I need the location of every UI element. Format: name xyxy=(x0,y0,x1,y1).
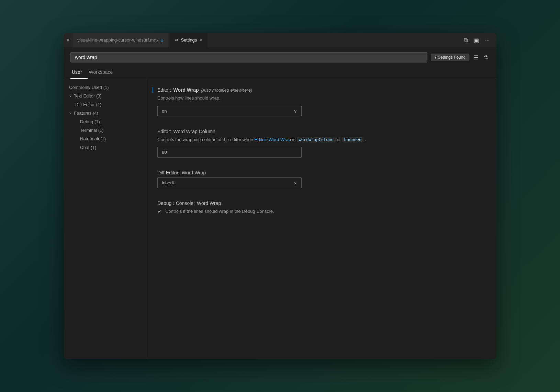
text-editor-chevron-icon: ∨ xyxy=(69,94,72,98)
diff-editor-word-wrap-prefix: Diff Editor: xyxy=(157,170,180,175)
sidebar-item-notebook-label: Notebook (1) xyxy=(80,136,106,141)
tab-bar: ≡ visual-line-wrapping-cursor-windsurf.m… xyxy=(64,33,496,47)
search-input[interactable] xyxy=(70,52,427,62)
sidebar-item-debug-label: Debug (1) xyxy=(80,119,100,124)
setting-editor-word-wrap: Editor: Word Wrap (Also modified elsewhe… xyxy=(157,87,485,116)
settings-tab-close-button[interactable]: × xyxy=(199,37,203,43)
sidebar-item-debug[interactable]: Debug (1) xyxy=(64,117,146,126)
search-area: 7 Settings Found ☰ ⚗ xyxy=(64,47,496,66)
editor-word-wrap-modified-note: (Also modified elsewhere) xyxy=(201,88,253,93)
split-editor-icon[interactable]: ▣ xyxy=(472,36,480,45)
setting-diff-editor-word-wrap: Diff Editor: Word Wrap inherit ∨ xyxy=(157,170,485,188)
main-content: Commonly Used (1) ∨ Text Editor (3) Diff… xyxy=(64,79,496,359)
features-chevron-icon: ∨ xyxy=(69,111,72,115)
editor-word-wrap-bold: Word Wrap xyxy=(173,87,199,93)
setting-editor-word-wrap-column-title: Editor: Word Wrap Column xyxy=(157,129,485,134)
diff-editor-word-wrap-value: inherit xyxy=(162,180,174,185)
tab-user[interactable]: User xyxy=(70,66,88,79)
sidebar-item-notebook[interactable]: Notebook (1) xyxy=(64,135,146,143)
settings-tabs: User Workspace xyxy=(64,66,496,79)
diff-editor-word-wrap-dropdown[interactable]: inherit ∨ xyxy=(157,177,302,188)
editor-word-wrap-prefix: Editor: xyxy=(157,87,171,93)
editor-word-wrap-column-description: Controls the wrapping column of the edit… xyxy=(157,136,485,143)
bounded-code: bounded xyxy=(342,137,364,142)
setting-debug-console-word-wrap: Debug › Console: Word Wrap ✓ Controls if… xyxy=(157,200,485,215)
settings-sliders-icon: ⇔ xyxy=(175,37,179,43)
sidebar-item-commonly-used[interactable]: Commonly Used (1) xyxy=(64,83,146,92)
file-tab[interactable]: visual-line-wrapping-cursor-windsurf.mdx… xyxy=(72,33,168,47)
editor-word-wrap-column-prefix: Editor: xyxy=(157,129,171,134)
setting-editor-word-wrap-title: Editor: Word Wrap (Also modified elsewhe… xyxy=(153,87,485,93)
tab-bar-right: ⧉ ▣ ··· xyxy=(462,36,494,45)
setting-debug-console-word-wrap-title: Debug › Console: Word Wrap xyxy=(157,200,485,206)
setting-diff-editor-word-wrap-title: Diff Editor: Word Wrap xyxy=(157,170,485,175)
debug-console-word-wrap-checkbox-row: ✓ Controls if the lines should wrap in t… xyxy=(157,208,485,215)
sidebar: Commonly Used (1) ∨ Text Editor (3) Diff… xyxy=(64,79,146,359)
editor-word-wrap-value: on xyxy=(162,108,167,114)
search-input-wrap xyxy=(70,52,427,62)
diff-editor-word-wrap-bold: Word Wrap xyxy=(182,170,206,175)
file-tab-modified-indicator: U xyxy=(160,38,163,42)
word-wrap-column-code: wordWrapColumn xyxy=(297,137,336,142)
filter-settings-icon[interactable]: ⚗ xyxy=(482,53,490,62)
sidebar-item-diff-editor-label: Diff Editor (1) xyxy=(75,102,101,107)
tab-bar-left: ≡ visual-line-wrapping-cursor-windsurf.m… xyxy=(66,33,462,47)
search-results-badge: 7 Settings Found xyxy=(431,54,469,61)
sidebar-item-chat[interactable]: Chat (1) xyxy=(64,143,146,152)
filter-icons: ☰ ⚗ xyxy=(472,53,490,62)
sidebar-item-features[interactable]: ∨ Features (4) xyxy=(64,109,146,117)
editor-word-wrap-column-bold: Word Wrap Column xyxy=(173,129,215,134)
debug-console-word-wrap-prefix: Debug › Console: xyxy=(157,200,195,206)
editor-word-wrap-dropdown[interactable]: on ∨ xyxy=(157,106,302,116)
editor-word-wrap-description: Controls how lines should wrap. xyxy=(157,95,485,102)
sidebar-item-diff-editor[interactable]: Diff Editor (1) xyxy=(64,100,146,109)
more-actions-icon[interactable]: ··· xyxy=(484,36,491,45)
open-to-side-icon[interactable]: ⧉ xyxy=(462,36,469,45)
sidebar-item-features-label: Features (4) xyxy=(74,111,98,116)
sidebar-item-terminal-label: Terminal (1) xyxy=(80,128,104,133)
settings-tab-label: Settings xyxy=(181,37,197,43)
settings-tab[interactable]: ⇔ Settings × xyxy=(170,33,208,47)
debug-console-word-wrap-checkbox[interactable]: ✓ xyxy=(157,208,162,215)
sidebar-item-text-editor-label: Text Editor (3) xyxy=(74,93,102,99)
diff-dropdown-chevron-icon: ∨ xyxy=(294,180,297,185)
debug-console-word-wrap-checkbox-label: Controls if the lines should wrap in the… xyxy=(165,209,274,214)
menu-icon[interactable]: ≡ xyxy=(66,37,69,43)
tab-workspace[interactable]: Workspace xyxy=(88,66,119,79)
editor-word-wrap-link[interactable]: Editor: Word Wrap xyxy=(255,137,291,142)
sidebar-item-chat-label: Chat (1) xyxy=(80,145,96,150)
search-container: 7 Settings Found ☰ ⚗ xyxy=(70,52,490,62)
file-tab-label: visual-line-wrapping-cursor-windsurf.mdx xyxy=(77,37,158,43)
dropdown-chevron-icon: ∨ xyxy=(294,108,297,114)
settings-content: Editor: Word Wrap (Also modified elsewhe… xyxy=(146,79,496,359)
sidebar-item-text-editor[interactable]: ∨ Text Editor (3) xyxy=(64,92,146,100)
sidebar-item-terminal[interactable]: Terminal (1) xyxy=(64,126,146,135)
debug-console-word-wrap-bold: Word Wrap xyxy=(197,200,221,206)
sidebar-item-commonly-used-label: Commonly Used (1) xyxy=(69,85,109,90)
clear-search-icon[interactable]: ☰ xyxy=(472,53,480,62)
editor-word-wrap-column-input[interactable] xyxy=(157,147,302,158)
main-window: ≡ visual-line-wrapping-cursor-windsurf.m… xyxy=(64,33,496,359)
setting-editor-word-wrap-column: Editor: Word Wrap Column Controls the wr… xyxy=(157,129,485,158)
